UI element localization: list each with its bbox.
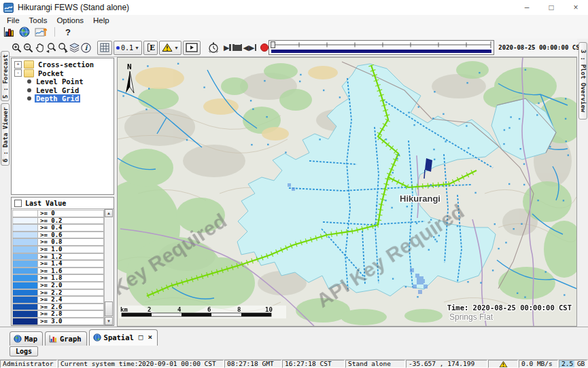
status-warning[interactable]	[488, 360, 518, 368]
timeline-thumb[interactable]	[271, 41, 275, 48]
spatial-display-icon[interactable]	[35, 26, 47, 37]
pause-button[interactable]	[229, 41, 235, 54]
chevron-down-icon: ▼	[174, 45, 179, 50]
timeline-progress	[271, 50, 491, 53]
map-view[interactable]: API Key Required API Key Required Hikura…	[117, 57, 577, 327]
map-globe-icon	[14, 335, 22, 343]
animation-button[interactable]	[183, 41, 201, 55]
skip-to-start-button[interactable]: ◀	[241, 41, 248, 54]
map-toolbar: i 0.1 ▼ E ▼ ▶ ◀ ▶	[0, 39, 577, 57]
legend-row[interactable]: >= 0.8	[12, 238, 104, 246]
tree-item-pocket[interactable]: -Pocket	[12, 69, 114, 78]
legend-swatch	[12, 224, 38, 232]
tab-data-viewer[interactable]: 6 : Data Viewer	[1, 103, 10, 166]
legend-row[interactable]: >= 2.2	[12, 289, 104, 297]
layers-icon[interactable]	[69, 41, 80, 55]
tab-plot-overview[interactable]: 3 : Plot Overview	[578, 42, 587, 119]
legend-scrollbar[interactable]: ▲ ▼	[104, 209, 114, 325]
bullet-icon	[27, 88, 31, 92]
tree-list: +Cross-section-PocketLevel PointLevel Gr…	[12, 60, 114, 103]
svg-text:N: N	[127, 62, 132, 71]
app-icon	[3, 3, 14, 13]
stop-button[interactable]	[235, 41, 241, 54]
toolbar-separator	[54, 27, 55, 37]
legend-row[interactable]: >= 2.0	[12, 282, 104, 289]
legend-label: >= 0.2	[38, 217, 104, 225]
legend-row[interactable]: >= 0.6	[12, 232, 104, 239]
legend-swatch	[12, 268, 38, 275]
current-time-label: 2020-08-25 00:00:00 CST	[498, 44, 583, 51]
legend-swatch	[12, 238, 38, 246]
menu-help[interactable]: Help	[88, 16, 114, 24]
scroll-up-icon[interactable]: ▲	[105, 209, 113, 217]
tab-close-icon[interactable]: ×	[148, 334, 152, 341]
last-value-checkbox[interactable]	[14, 200, 22, 207]
legend-row[interactable]: >= 1.0	[12, 246, 104, 253]
maximize-button[interactable]: □	[539, 0, 564, 15]
legend-row[interactable]: >= 1.8	[12, 274, 104, 282]
tree-item-cross-section[interactable]: +Cross-section	[12, 60, 114, 69]
menu-tools[interactable]: Tools	[24, 16, 52, 24]
zoom-in-icon[interactable]	[11, 41, 22, 55]
grid-display-button[interactable]	[97, 41, 112, 55]
legend-label: >= 1.0	[38, 246, 104, 253]
tab-forecast[interactable]: 5 : Forecast	[1, 51, 10, 101]
tab-maximize-icon[interactable]: □	[139, 334, 143, 341]
timer-icon[interactable]	[207, 41, 220, 55]
contour-interval-dropdown[interactable]: 0.1 ▼	[114, 41, 142, 55]
play-button[interactable]: ▶	[224, 41, 229, 54]
tree-item-depth-grid[interactable]: Depth Grid	[12, 94, 114, 103]
label-toggle-button[interactable]: E	[143, 41, 158, 55]
window-title: Hikurangi FEWS (Stand alone)	[18, 3, 129, 12]
statistics-icon[interactable]	[3, 26, 14, 37]
scroll-down-icon[interactable]: ▼	[105, 317, 113, 325]
timeline-ruler	[269, 41, 494, 49]
tree-item-level-point[interactable]: Level Point	[12, 77, 114, 86]
globe-icon[interactable]	[19, 26, 30, 37]
legend-row[interactable]: >= 0.4	[12, 224, 104, 232]
legend-row[interactable]: >= 3.2	[12, 325, 104, 326]
help-button[interactable]: ?	[63, 27, 73, 37]
legend-row[interactable]: >= 2.6	[12, 303, 104, 311]
tab-map[interactable]: Map	[10, 331, 43, 346]
title-bar: Hikurangi FEWS (Stand alone) – □ ×	[0, 0, 588, 15]
legend-row[interactable]: >= 1.4	[12, 260, 104, 268]
close-button[interactable]: ×	[564, 0, 588, 15]
skip-to-end-button[interactable]: ▶	[249, 41, 256, 54]
legend-row[interactable]: >= 2.8	[12, 310, 104, 318]
last-value-label: Last Value	[25, 200, 66, 207]
record-button[interactable]	[260, 41, 269, 54]
legend-row[interactable]: >= 3.0	[12, 318, 104, 325]
scale-bar: km 2 4 6 8 10	[119, 306, 286, 318]
zoom-previous-icon[interactable]	[46, 41, 57, 55]
legend-swatch	[12, 282, 38, 289]
status-gmt-time: 08:27:18 GMT	[224, 360, 281, 368]
menu-file[interactable]: File	[2, 16, 24, 24]
pan-hand-icon[interactable]	[34, 41, 46, 55]
tree-expander[interactable]: +	[14, 61, 22, 69]
warning-dropdown-button[interactable]: ▼	[159, 41, 181, 55]
legend-list: >= 0>= 0.2>= 0.4>= 0.6>= 0.8>= 1.0>= 1.2…	[12, 210, 104, 325]
legend-row[interactable]: >= 1.2	[12, 253, 104, 261]
minimize-button[interactable]: –	[515, 0, 539, 15]
legend-row[interactable]: >= 0	[12, 210, 104, 217]
legend-label: >= 1.2	[38, 253, 104, 261]
legend-label: >= 1.4	[38, 260, 104, 268]
legend-row[interactable]: >= 2.4	[12, 296, 104, 303]
tree-item-level-grid[interactable]: Level Grid	[12, 86, 114, 95]
info-icon[interactable]: i	[80, 41, 92, 55]
menu-bar: File Tools Options Help	[0, 15, 588, 25]
legend-row[interactable]: >= 0.2	[12, 217, 104, 225]
tab-spatial[interactable]: Spatial □ ×	[89, 329, 158, 346]
label-icon: E	[146, 43, 155, 52]
zoom-next-icon[interactable]	[57, 41, 69, 55]
scrollbar-thumb[interactable]	[105, 301, 113, 316]
menu-options[interactable]: Options	[52, 16, 88, 24]
logs-button[interactable]: Logs	[10, 346, 38, 356]
legend-row[interactable]: >= 1.6	[12, 268, 104, 275]
zoom-out-icon[interactable]	[22, 41, 34, 55]
legend-label: >= 2.8	[38, 310, 104, 318]
tab-graph[interactable]: Graph	[45, 331, 87, 346]
timeline-slider[interactable]	[269, 40, 494, 55]
tree-expander[interactable]: -	[14, 69, 22, 77]
